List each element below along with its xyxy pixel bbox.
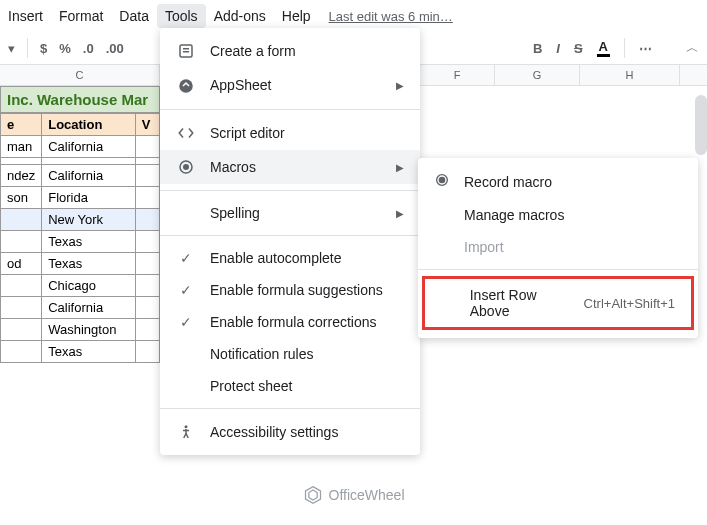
- menu-macros[interactable]: Macros ▶: [160, 150, 420, 184]
- header-cell[interactable]: e: [1, 114, 42, 136]
- menu-accessibility[interactable]: Accessibility settings: [160, 415, 420, 449]
- text-color-button[interactable]: A: [597, 39, 610, 57]
- submenu-label: Import: [464, 239, 504, 255]
- strikethrough-button[interactable]: S: [574, 41, 583, 56]
- collapse-toolbar-icon[interactable]: ︿: [686, 39, 699, 57]
- last-edit-link[interactable]: Last edit was 6 min…: [329, 9, 453, 24]
- svg-point-8: [439, 177, 444, 182]
- menu-help[interactable]: Help: [274, 4, 319, 28]
- toolbar-dropdown-icon[interactable]: ▾: [8, 41, 15, 56]
- menu-enable-formula-suggestions[interactable]: ✓ Enable formula suggestions: [160, 274, 420, 306]
- menu-label: Script editor: [210, 125, 285, 141]
- table-row[interactable]: California: [1, 297, 160, 319]
- menu-script-editor[interactable]: Script editor: [160, 116, 420, 150]
- menu-label: Spelling: [210, 205, 260, 221]
- menu-label: Create a form: [210, 43, 296, 59]
- separator: [418, 269, 698, 270]
- italic-button[interactable]: I: [556, 41, 560, 56]
- check-icon: ✓: [176, 250, 196, 266]
- sheet-title-cell[interactable]: Inc. Warehouse Mar: [0, 86, 160, 113]
- menu-label: Protect sheet: [210, 378, 293, 394]
- record-icon: [434, 172, 452, 191]
- watermark-text: OfficeWheel: [329, 487, 405, 503]
- check-icon: ✓: [176, 282, 196, 298]
- submenu-arrow-icon: ▶: [396, 80, 404, 91]
- decrease-decimal-button[interactable]: .0: [83, 41, 94, 56]
- svg-point-6: [185, 426, 188, 429]
- table-row[interactable]: Chicago: [1, 275, 160, 297]
- svg-marker-10: [308, 490, 316, 500]
- col-header-f[interactable]: F: [420, 65, 495, 85]
- table-row[interactable]: [1, 158, 160, 165]
- menu-format[interactable]: Format: [51, 4, 111, 28]
- separator: [27, 38, 28, 58]
- menu-insert[interactable]: Insert: [0, 4, 51, 28]
- menu-label: Enable autocomplete: [210, 250, 342, 266]
- table-row[interactable]: Washington: [1, 319, 160, 341]
- menu-label: AppSheet: [210, 77, 272, 93]
- data-table: e Location V manCalifornia ndezCaliforni…: [0, 113, 160, 363]
- col-header-c[interactable]: C: [0, 65, 160, 85]
- table-header-row: e Location V: [1, 114, 160, 136]
- menu-label: Macros: [210, 159, 256, 175]
- svg-point-3: [179, 79, 193, 93]
- menu-addons[interactable]: Add-ons: [206, 4, 274, 28]
- table-row[interactable]: Texas: [1, 231, 160, 253]
- submenu-label: Insert Row Above: [470, 287, 572, 319]
- menu-label: Enable formula corrections: [210, 314, 377, 330]
- separator: [160, 235, 420, 236]
- table-row[interactable]: ndezCalifornia: [1, 165, 160, 187]
- menu-protect-sheet[interactable]: Protect sheet: [160, 370, 420, 402]
- percent-button[interactable]: %: [59, 41, 71, 56]
- script-icon: [176, 124, 196, 142]
- bold-button[interactable]: B: [533, 41, 542, 56]
- menu-label: Enable formula suggestions: [210, 282, 383, 298]
- macros-submenu: Record macro Manage macros Import Insert…: [418, 158, 698, 338]
- menu-tools[interactable]: Tools: [157, 4, 206, 28]
- accessibility-icon: [176, 423, 196, 441]
- increase-decimal-button[interactable]: .00: [106, 41, 124, 56]
- menu-data[interactable]: Data: [111, 4, 157, 28]
- table-row[interactable]: odTexas: [1, 253, 160, 275]
- menu-enable-formula-corrections[interactable]: ✓ Enable formula corrections: [160, 306, 420, 338]
- submenu-manage-macros[interactable]: Manage macros: [418, 199, 698, 231]
- submenu-arrow-icon: ▶: [396, 208, 404, 219]
- header-cell[interactable]: V: [135, 114, 159, 136]
- logo-icon: [303, 485, 323, 505]
- vertical-scrollbar[interactable]: [695, 95, 707, 155]
- currency-button[interactable]: $: [40, 41, 47, 56]
- menu-notification-rules[interactable]: Notification rules: [160, 338, 420, 370]
- col-header-h[interactable]: H: [580, 65, 680, 85]
- submenu-label: Record macro: [464, 174, 552, 190]
- menu-enable-autocomplete[interactable]: ✓ Enable autocomplete: [160, 242, 420, 274]
- form-icon: [176, 42, 196, 60]
- submenu-record-macro[interactable]: Record macro: [418, 164, 698, 199]
- submenu-insert-row-above[interactable]: Insert Row Above Ctrl+Alt+Shift+1: [425, 279, 691, 327]
- header-cell[interactable]: Location: [42, 114, 135, 136]
- separator: [160, 190, 420, 191]
- watermark: OfficeWheel: [303, 485, 405, 505]
- svg-marker-9: [305, 487, 320, 504]
- table-row[interactable]: sonFlorida: [1, 187, 160, 209]
- separator: [160, 408, 420, 409]
- table-row[interactable]: manCalifornia: [1, 136, 160, 158]
- svg-point-5: [184, 165, 189, 170]
- more-button[interactable]: ⋯: [639, 41, 652, 56]
- menu-label: Accessibility settings: [210, 424, 338, 440]
- menu-spelling[interactable]: Spelling ▶: [160, 197, 420, 229]
- separator: [160, 109, 420, 110]
- col-header-g[interactable]: G: [495, 65, 580, 85]
- submenu-label: Manage macros: [464, 207, 564, 223]
- separator: [624, 38, 625, 58]
- table-row-selected[interactable]: New York: [1, 209, 160, 231]
- submenu-import: Import: [418, 231, 698, 263]
- highlighted-annotation: Insert Row Above Ctrl+Alt+Shift+1: [422, 276, 694, 330]
- menu-appsheet[interactable]: AppSheet ▶: [160, 68, 420, 102]
- macros-icon: [176, 158, 196, 176]
- menu-label: Notification rules: [210, 346, 314, 362]
- keyboard-shortcut: Ctrl+Alt+Shift+1: [584, 296, 675, 311]
- appsheet-icon: [176, 76, 196, 94]
- table-row[interactable]: Texas: [1, 341, 160, 363]
- tools-menu-dropdown: Create a form AppSheet ▶ Script editor M…: [160, 28, 420, 455]
- menu-create-form[interactable]: Create a form: [160, 34, 420, 68]
